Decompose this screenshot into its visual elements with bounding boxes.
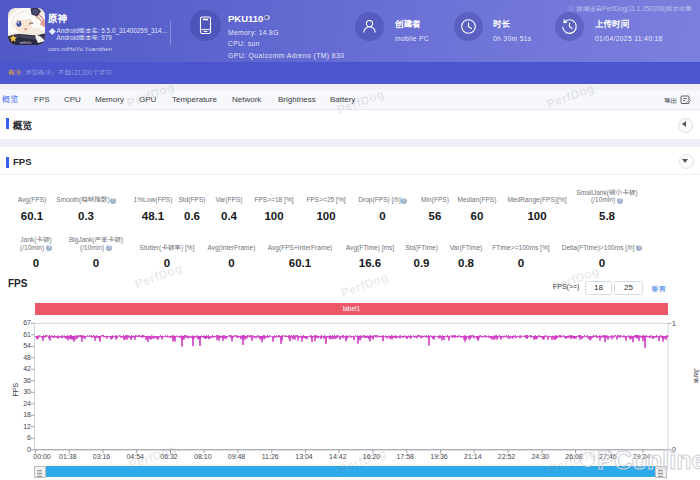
svg-text:miHoYo: miHoYo: [20, 41, 32, 45]
